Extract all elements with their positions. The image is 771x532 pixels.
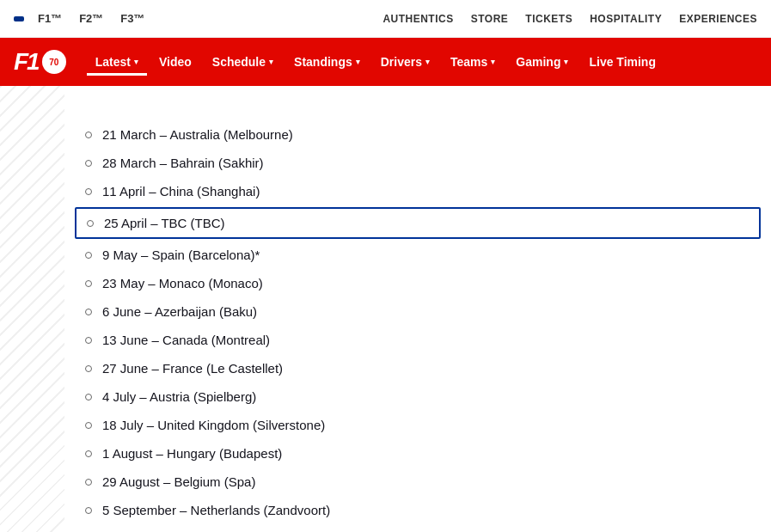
nav-item-gaming[interactable]: Gaming▾ <box>507 48 577 76</box>
sidebar <box>0 86 64 532</box>
list-bullet <box>87 220 94 227</box>
calendar-item-text: 21 March – Australia (Melbourne) <box>102 127 293 142</box>
calendar-item-text: 1 August – Hungary (Budapest) <box>102 446 282 461</box>
list-bullet <box>85 479 92 486</box>
calendar-item-text: 4 July – Austria (Spielberg) <box>102 389 256 404</box>
list-bullet <box>85 131 92 138</box>
list-bullet <box>85 252 92 259</box>
calendar-item-text: 28 March – Bahrain (Sakhir) <box>102 156 264 170</box>
nav-item-drivers[interactable]: Drivers▾ <box>372 48 438 76</box>
calendar-list-item: 18 July – United Kingdom (Silverstone) <box>85 411 750 439</box>
nav-bar: F1 70 Latest▾VideoSchedule▾Standings▾Dri… <box>0 38 771 86</box>
calendar-list: 21 March – Australia (Melbourne)28 March… <box>85 120 750 524</box>
calendar-item-text: 23 May – Monaco (Monaco) <box>102 276 263 290</box>
series-links: F1™F2™F3™ <box>38 12 382 25</box>
series-link-f2[interactable]: F2™ <box>79 12 103 25</box>
series-link-f1[interactable]: F1™ <box>38 12 62 25</box>
top-bar: F1™F2™F3™ AUTHENTICSSTORETICKETSHOSPITAL… <box>0 0 771 38</box>
chevron-down-icon: ▾ <box>356 58 360 66</box>
calendar-list-item: 23 May – Monaco (Monaco) <box>85 269 750 297</box>
nav-item-live-timing[interactable]: Live Timing <box>580 48 664 76</box>
nav-items: Latest▾VideoSchedule▾Standings▾Drivers▾T… <box>87 48 757 76</box>
top-nav-link[interactable]: EXPERIENCES <box>679 13 757 25</box>
chevron-down-icon: ▾ <box>425 58 430 66</box>
calendar-list-item: 21 March – Australia (Melbourne) <box>85 120 750 149</box>
list-bullet <box>85 365 92 372</box>
calendar-item-text: 6 June – Azerbaijan (Baku) <box>102 304 257 319</box>
calendar-item-text: 9 May – Spain (Barcelona)* <box>102 248 260 262</box>
calendar-item-text: 18 July – United Kingdom (Silverstone) <box>102 418 325 432</box>
chevron-down-icon: ▾ <box>134 58 138 66</box>
top-nav-link[interactable]: STORE <box>471 13 509 25</box>
f1-logo[interactable]: F1 70 <box>14 50 66 74</box>
calendar-list-item: 6 June – Azerbaijan (Baku) <box>85 297 750 326</box>
chevron-down-icon: ▾ <box>564 58 568 66</box>
content-area: 21 March – Australia (Melbourne)28 March… <box>0 86 771 532</box>
f1-logo-text: F1 <box>14 50 39 74</box>
nav-item-standings[interactable]: Standings▾ <box>285 48 369 76</box>
nav-item-video[interactable]: Video <box>150 48 200 76</box>
calendar-list-item: 27 June – France (Le Castellet) <box>85 354 750 382</box>
calendar-list-item: 4 July – Austria (Spielberg) <box>85 382 750 411</box>
calendar-list-item: 29 August – Belgium (Spa) <box>85 468 750 496</box>
calendar-item-text: 11 April – China (Shanghai) <box>102 184 260 199</box>
top-nav-link[interactable]: AUTHENTICS <box>382 13 453 25</box>
calendar-list-item: 9 May – Spain (Barcelona)* <box>85 241 750 269</box>
nav-item-schedule[interactable]: Schedule▾ <box>204 48 282 76</box>
list-bullet <box>85 394 92 401</box>
calendar-list-item: 13 June – Canada (Montreal) <box>85 326 750 354</box>
top-nav-link[interactable]: TICKETS <box>525 13 572 25</box>
calendar-item-text: 27 June – France (Le Castellet) <box>102 361 283 376</box>
fia-logo <box>14 16 24 21</box>
list-bullet <box>85 337 92 344</box>
list-bullet <box>85 450 92 457</box>
chevron-down-icon: ▾ <box>491 58 495 66</box>
calendar-list-item: 11 April – China (Shanghai) <box>85 177 750 205</box>
nav-item-latest[interactable]: Latest▾ <box>87 48 147 76</box>
calendar-item-text: 25 April – TBC (TBC) <box>104 216 225 230</box>
calendar-item-text: 13 June – Canada (Montreal) <box>102 333 270 347</box>
calendar-list-item: 5 September – Netherlands (Zandvoort) <box>85 496 750 524</box>
list-bullet <box>85 309 92 315</box>
calendar-item-text: 5 September – Netherlands (Zandvoort) <box>102 503 330 517</box>
series-link-f3[interactable]: F3™ <box>120 12 144 25</box>
calendar-item-text: 29 August – Belgium (Spa) <box>102 474 255 489</box>
calendar-list-item: 1 August – Hungary (Budapest) <box>85 439 750 468</box>
list-bullet <box>85 507 92 514</box>
calendar-list-item: 28 March – Bahrain (Sakhir) <box>85 149 750 177</box>
list-bullet <box>85 188 92 195</box>
list-bullet <box>85 280 92 287</box>
top-nav-links: AUTHENTICSSTORETICKETSHOSPITALITYEXPERIE… <box>382 13 757 25</box>
chevron-down-icon: ▾ <box>269 58 273 66</box>
main-content: 21 March – Australia (Melbourne)28 March… <box>64 86 771 532</box>
list-bullet <box>85 160 92 167</box>
list-bullet <box>85 422 92 429</box>
top-nav-link[interactable]: HOSPITALITY <box>590 13 662 25</box>
nav-item-teams[interactable]: Teams▾ <box>442 48 504 76</box>
calendar-list-item[interactable]: 25 April – TBC (TBC) <box>75 207 761 239</box>
f1-70-badge: 70 <box>42 50 66 74</box>
